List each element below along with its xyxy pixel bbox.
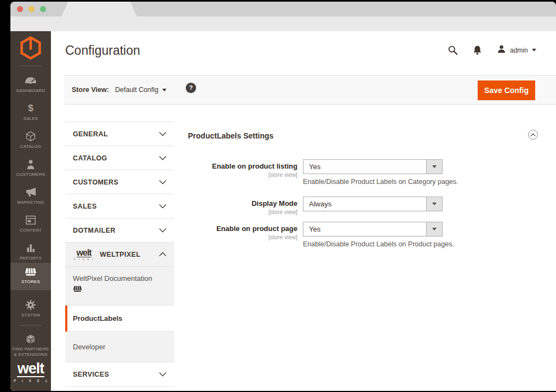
weltpixel-mini-logo: welt P I X E L bbox=[73, 248, 95, 261]
sidebar-item-system[interactable]: SYSTEM bbox=[10, 296, 51, 324]
person-icon bbox=[10, 158, 51, 170]
close-button[interactable] bbox=[17, 6, 23, 12]
dollar-icon: $ bbox=[10, 102, 51, 114]
store-view-label: Store View: bbox=[72, 86, 109, 94]
enable-product-listing-select[interactable]: Yes bbox=[303, 159, 443, 174]
user-menu[interactable]: admin bbox=[497, 44, 536, 56]
field-scope: [store view] bbox=[115, 209, 297, 215]
sidebar-item-find-partners[interactable]: FIND PARTNERS & EXTENSIONS bbox=[10, 330, 51, 362]
nav-section-services[interactable]: SERVICES bbox=[65, 362, 174, 387]
select-caret-icon bbox=[426, 222, 442, 236]
user-icon bbox=[497, 44, 506, 56]
chevron-up-icon bbox=[159, 252, 167, 257]
chevron-down-icon bbox=[159, 372, 167, 377]
window-controls bbox=[17, 6, 46, 12]
minimize-button[interactable] bbox=[28, 6, 35, 12]
display-mode-select[interactable]: Always bbox=[303, 197, 443, 211]
store-view-switcher[interactable]: Default Config bbox=[115, 86, 167, 94]
weltpixel-logo: welt P I X E L bbox=[10, 361, 51, 383]
sidebar-divider bbox=[20, 325, 42, 326]
magento-admin-page: DASHBOARD $ SALES CATALOG CUSTOMERS bbox=[10, 31, 556, 391]
sidebar-item-catalog[interactable]: CATALOG bbox=[10, 128, 51, 155]
sidebar-item-stores[interactable]: STORES bbox=[10, 263, 51, 290]
magento-logo-icon[interactable] bbox=[10, 36, 51, 62]
admin-sidebar: DASHBOARD $ SALES CATALOG CUSTOMERS bbox=[10, 31, 51, 391]
search-icon[interactable] bbox=[448, 45, 458, 55]
chevron-down-icon bbox=[159, 155, 167, 160]
sidebar-item-sales[interactable]: $ SALES bbox=[10, 100, 51, 128]
main-content: Configuration admin Store View bbox=[51, 31, 556, 391]
brick-icon bbox=[10, 333, 51, 345]
chevron-up-icon bbox=[530, 133, 536, 137]
bar-chart-icon bbox=[10, 242, 51, 254]
desktop-background: DASHBOARD $ SALES CATALOG CUSTOMERS bbox=[0, 0, 556, 392]
save-config-button[interactable]: Save Config bbox=[478, 80, 535, 100]
field-label: Enable on product page bbox=[216, 224, 297, 233]
page-actions-bar: Store View: Default Config ? Save Config bbox=[64, 75, 556, 105]
collapse-section-button[interactable] bbox=[528, 130, 538, 140]
panel-title: ProductLabels Settings bbox=[188, 131, 273, 140]
admin-username: admin bbox=[510, 47, 528, 54]
enable-product-page-select[interactable]: Yes bbox=[303, 222, 443, 237]
gear-icon bbox=[10, 299, 51, 311]
browser-titlebar bbox=[10, 2, 556, 16]
storefront-icon bbox=[10, 266, 51, 278]
zoom-button[interactable] bbox=[40, 6, 46, 12]
chevron-down-icon bbox=[159, 180, 167, 185]
field-scope: [store view] bbox=[115, 171, 297, 178]
field-label: Enable on product listing bbox=[212, 162, 297, 170]
cube-icon bbox=[10, 130, 51, 142]
sidebar-item-dashboard[interactable]: DASHBOARD bbox=[10, 72, 51, 100]
field-scope: [store view] bbox=[115, 234, 297, 240]
sidebar-item-marketing[interactable]: MARKETING bbox=[10, 183, 51, 211]
nav-section-general[interactable]: GENERAL bbox=[65, 122, 174, 146]
help-icon[interactable]: ? bbox=[186, 83, 196, 93]
select-caret-icon bbox=[426, 160, 442, 174]
browser-toolbar bbox=[10, 16, 556, 31]
admin-header-actions: admin bbox=[448, 44, 536, 56]
field-note: Enable/Disable Product Labels on Categor… bbox=[303, 178, 458, 186]
nav-section-weltpixel[interactable]: welt P I X E L WELTPIXEL bbox=[65, 243, 174, 267]
nav-item-weltpixel-documentation[interactable]: WeltPixel Documentation bbox=[65, 267, 174, 305]
nav-item-developer[interactable]: Developer bbox=[65, 332, 174, 362]
browser-tab[interactable] bbox=[61, 2, 137, 16]
gauge-icon bbox=[10, 74, 51, 87]
chevron-down-icon bbox=[162, 89, 167, 91]
nav-item-productlabels[interactable]: ProductLabels bbox=[65, 305, 174, 332]
sidebar-item-customers[interactable]: CUSTOMERS bbox=[10, 155, 51, 183]
chevron-down-icon bbox=[532, 49, 536, 51]
page-title: Configuration bbox=[65, 43, 140, 58]
browser-window: DASHBOARD $ SALES CATALOG CUSTOMERS bbox=[10, 2, 556, 391]
field-label: Display Mode bbox=[251, 199, 297, 207]
sidebar-divider bbox=[20, 66, 42, 66]
notifications-icon[interactable] bbox=[473, 45, 482, 55]
chevron-down-icon bbox=[159, 131, 167, 136]
select-caret-icon bbox=[426, 197, 442, 211]
field-note: Enable/Disable Product Labels on Product… bbox=[303, 240, 454, 248]
layout-icon bbox=[10, 214, 51, 226]
sidebar-item-content[interactable]: CONTENT bbox=[10, 211, 51, 239]
megaphone-icon bbox=[10, 186, 51, 198]
storefront-icon bbox=[73, 285, 167, 295]
